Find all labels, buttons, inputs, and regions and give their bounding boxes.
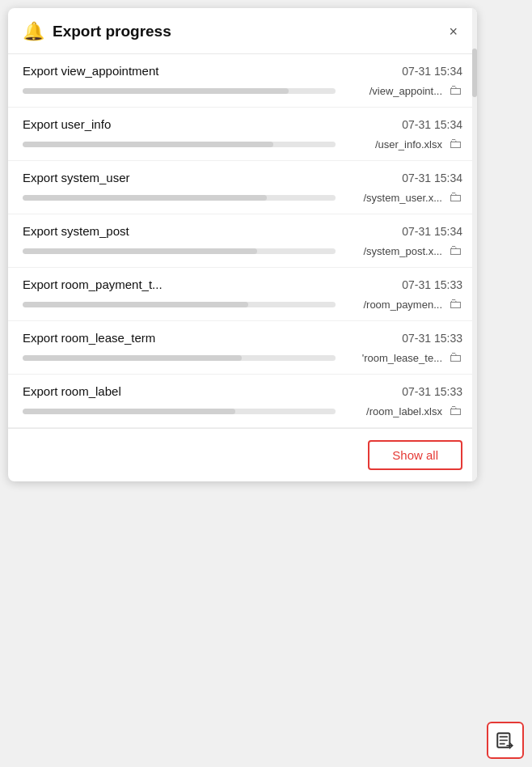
export-time: 07-31 15:33 xyxy=(402,278,462,291)
progress-bar-fill xyxy=(23,142,273,147)
export-item-footer: /system_user.x... 🗀 xyxy=(23,189,462,206)
export-progress-panel: 🔔 Export progress × Export view_appointm… xyxy=(8,8,477,481)
export-time: 07-31 15:34 xyxy=(402,172,462,184)
export-time: 07-31 15:34 xyxy=(402,65,462,78)
progress-bar-wrap xyxy=(23,195,336,201)
panel-header: 🔔 Export progress × xyxy=(8,8,477,54)
export-item-header: Export room_payment_t... 07-31 15:33 xyxy=(23,278,462,291)
scrollbar-thumb[interactable] xyxy=(472,49,477,97)
export-time: 07-31 15:34 xyxy=(402,118,462,131)
export-name: Export room_payment_t... xyxy=(23,278,163,291)
folder-icon[interactable]: 🗀 xyxy=(449,136,462,152)
close-button[interactable]: × xyxy=(444,22,462,42)
export-item-header: Export room_lease_term 07-31 15:33 xyxy=(23,331,462,345)
export-item: Export room_label 07-31 15:33 /room_labe… xyxy=(8,375,477,428)
progress-bar-fill xyxy=(23,302,248,307)
scrollbar-track xyxy=(472,8,477,481)
folder-icon[interactable]: 🗀 xyxy=(449,350,462,366)
export-filename: /room_label.xlsx xyxy=(345,405,442,417)
progress-bar-wrap xyxy=(23,409,336,414)
export-filename: /user_info.xlsx xyxy=(345,138,442,150)
progress-bar-fill xyxy=(23,409,235,414)
export-filename: 'room_lease_te... xyxy=(345,352,442,364)
bell-icon: 🔔 xyxy=(23,21,44,42)
export-item: Export system_post 07-31 15:34 /system_p… xyxy=(8,214,477,268)
export-list-icon xyxy=(495,730,516,751)
export-item: Export user_info 07-31 15:34 /user_info.… xyxy=(8,108,477,161)
export-item: Export room_payment_t... 07-31 15:33 /ro… xyxy=(8,268,477,321)
export-item-header: Export system_post 07-31 15:34 xyxy=(23,224,462,238)
export-item-footer: /system_post.x... 🗀 xyxy=(23,243,462,259)
export-filename: /view_appoint... xyxy=(345,85,442,97)
progress-bar-wrap xyxy=(23,248,336,254)
folder-icon[interactable]: 🗀 xyxy=(449,189,462,206)
export-filename: /room_paymen... xyxy=(345,299,442,311)
export-item-footer: /room_paymen... 🗀 xyxy=(23,296,462,312)
export-item-footer: 'room_lease_te... 🗀 xyxy=(23,350,462,366)
progress-bar-wrap xyxy=(23,302,336,307)
export-item-header: Export user_info 07-31 15:34 xyxy=(23,117,462,131)
folder-icon[interactable]: 🗀 xyxy=(449,243,462,259)
export-time: 07-31 15:33 xyxy=(402,385,462,398)
progress-bar-wrap xyxy=(23,355,336,361)
export-time: 07-31 15:34 xyxy=(402,225,462,238)
export-item-footer: /user_info.xlsx 🗀 xyxy=(23,136,462,152)
export-item: Export room_lease_term 07-31 15:33 'room… xyxy=(8,321,477,375)
export-item: Export system_user 07-31 15:34 /system_u… xyxy=(8,161,477,214)
export-item-footer: /view_appoint... 🗀 xyxy=(23,83,462,99)
folder-icon[interactable]: 🗀 xyxy=(449,83,462,99)
show-all-button[interactable]: Show all xyxy=(368,440,462,470)
export-item-header: Export view_appointment 07-31 15:34 xyxy=(23,64,462,78)
panel-footer: Show all xyxy=(8,428,477,481)
panel-title: Export progress xyxy=(53,23,171,40)
export-name: Export user_info xyxy=(23,117,111,131)
export-filename: /system_post.x... xyxy=(345,245,442,257)
export-item-header: Export system_user 07-31 15:34 xyxy=(23,171,462,184)
export-name: Export room_label xyxy=(23,384,121,398)
progress-bar-wrap xyxy=(23,142,336,147)
progress-bar-fill xyxy=(23,195,267,201)
folder-icon[interactable]: 🗀 xyxy=(449,403,462,419)
export-name: Export system_user xyxy=(23,171,130,184)
export-list: Export view_appointment 07-31 15:34 /vie… xyxy=(8,54,477,428)
progress-bar-fill xyxy=(23,355,242,361)
export-filename: /system_user.x... xyxy=(345,192,442,204)
export-item-footer: /room_label.xlsx 🗀 xyxy=(23,403,462,419)
export-item-header: Export room_label 07-31 15:33 xyxy=(23,384,462,398)
progress-bar-fill xyxy=(23,248,257,254)
export-item: Export view_appointment 07-31 15:34 /vie… xyxy=(8,54,477,108)
export-time: 07-31 15:33 xyxy=(402,332,462,345)
export-name: Export view_appointment xyxy=(23,64,158,78)
progress-bar-wrap xyxy=(23,88,336,94)
sidebar-export-icon-button[interactable] xyxy=(487,722,524,759)
folder-icon[interactable]: 🗀 xyxy=(449,296,462,312)
panel-header-left: 🔔 Export progress xyxy=(23,21,171,42)
export-name: Export system_post xyxy=(23,224,129,238)
export-name: Export room_lease_term xyxy=(23,331,155,345)
progress-bar-fill xyxy=(23,88,289,94)
